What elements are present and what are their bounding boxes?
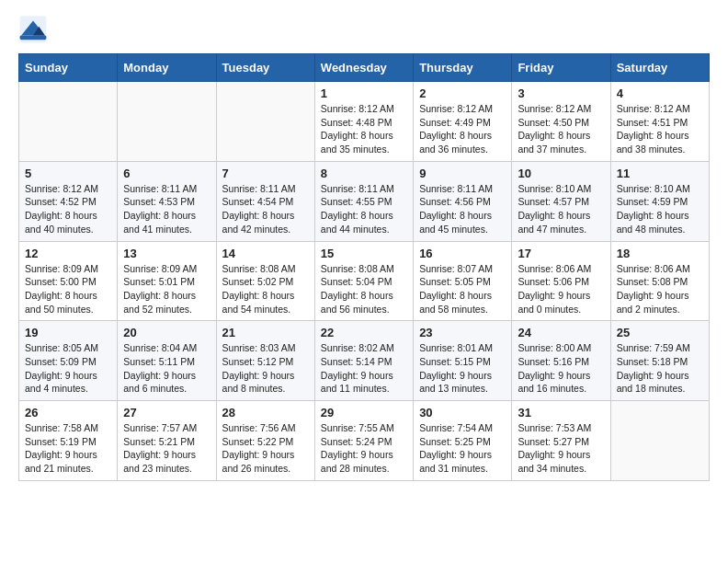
calendar-cell: 21Sunrise: 8:03 AM Sunset: 5:12 PM Dayli… [216, 321, 314, 401]
calendar-cell: 31Sunrise: 7:53 AM Sunset: 5:27 PM Dayli… [512, 401, 610, 481]
week-row-0: 1Sunrise: 8:12 AM Sunset: 4:48 PM Daylig… [19, 82, 710, 162]
day-number: 3 [518, 86, 604, 100]
day-number: 1 [321, 86, 407, 100]
day-number: 4 [617, 86, 703, 100]
day-number: 10 [518, 167, 604, 180]
day-number: 31 [518, 406, 604, 419]
calendar-cell: 22Sunrise: 8:02 AM Sunset: 5:14 PM Dayli… [314, 321, 413, 401]
day-info: Sunrise: 8:11 AM Sunset: 4:56 PM Dayligh… [419, 182, 506, 236]
day-info: Sunrise: 7:57 AM Sunset: 5:21 PM Dayligh… [123, 421, 210, 476]
day-info: Sunrise: 8:12 AM Sunset: 4:49 PM Dayligh… [419, 102, 506, 156]
day-info: Sunrise: 8:02 AM Sunset: 5:14 PM Dayligh… [321, 341, 407, 396]
day-info: Sunrise: 8:01 AM Sunset: 5:15 PM Dayligh… [419, 341, 506, 396]
day-info: Sunrise: 8:11 AM Sunset: 4:54 PM Dayligh… [222, 182, 309, 236]
calendar-cell: 24Sunrise: 8:00 AM Sunset: 5:16 PM Dayli… [512, 321, 610, 401]
day-number: 5 [25, 167, 111, 180]
calendar-cell: 13Sunrise: 8:09 AM Sunset: 5:01 PM Dayli… [118, 241, 216, 321]
day-info: Sunrise: 8:07 AM Sunset: 5:05 PM Dayligh… [419, 262, 506, 316]
calendar-cell: 9Sunrise: 8:11 AM Sunset: 4:56 PM Daylig… [414, 161, 512, 241]
calendar-cell: 11Sunrise: 8:10 AM Sunset: 4:59 PM Dayli… [610, 161, 709, 241]
day-info: Sunrise: 8:10 AM Sunset: 4:57 PM Dayligh… [518, 182, 604, 236]
day-info: Sunrise: 8:11 AM Sunset: 4:53 PM Dayligh… [123, 182, 210, 236]
day-number: 2 [419, 86, 506, 100]
day-number: 20 [123, 326, 210, 339]
calendar-cell [216, 82, 314, 162]
day-number: 8 [321, 167, 407, 180]
day-info: Sunrise: 8:05 AM Sunset: 5:09 PM Dayligh… [25, 341, 111, 396]
day-number: 11 [617, 167, 703, 180]
week-row-2: 12Sunrise: 8:09 AM Sunset: 5:00 PM Dayli… [19, 241, 710, 321]
day-info: Sunrise: 7:58 AM Sunset: 5:19 PM Dayligh… [25, 421, 111, 476]
week-row-1: 5Sunrise: 8:12 AM Sunset: 4:52 PM Daylig… [19, 161, 710, 241]
day-info: Sunrise: 8:10 AM Sunset: 4:59 PM Dayligh… [617, 182, 703, 236]
calendar-cell: 4Sunrise: 8:12 AM Sunset: 4:51 PM Daylig… [610, 82, 709, 162]
calendar-cell: 27Sunrise: 7:57 AM Sunset: 5:21 PM Dayli… [118, 401, 216, 481]
calendar-cell: 6Sunrise: 8:11 AM Sunset: 4:53 PM Daylig… [118, 161, 216, 241]
day-number: 25 [617, 326, 703, 339]
day-info: Sunrise: 7:56 AM Sunset: 5:22 PM Dayligh… [222, 421, 309, 476]
header-day-sunday: Sunday [19, 54, 118, 82]
logo-icon [18, 15, 48, 44]
day-number: 26 [25, 406, 111, 419]
header-day-thursday: Thursday [414, 54, 512, 82]
calendar-cell: 15Sunrise: 8:08 AM Sunset: 5:04 PM Dayli… [314, 241, 413, 321]
day-info: Sunrise: 7:53 AM Sunset: 5:27 PM Dayligh… [518, 421, 604, 476]
header-day-saturday: Saturday [610, 54, 709, 82]
day-info: Sunrise: 8:03 AM Sunset: 5:12 PM Dayligh… [222, 341, 309, 396]
day-number: 6 [123, 167, 210, 180]
calendar-body: 1Sunrise: 8:12 AM Sunset: 4:48 PM Daylig… [19, 82, 710, 481]
day-number: 30 [419, 406, 506, 419]
calendar-cell [19, 82, 118, 162]
day-info: Sunrise: 7:54 AM Sunset: 5:25 PM Dayligh… [419, 421, 506, 476]
calendar-cell: 3Sunrise: 8:12 AM Sunset: 4:50 PM Daylig… [512, 82, 610, 162]
header-day-tuesday: Tuesday [216, 54, 314, 82]
day-number: 16 [419, 247, 506, 260]
day-info: Sunrise: 8:09 AM Sunset: 5:00 PM Dayligh… [25, 262, 111, 316]
day-info: Sunrise: 8:09 AM Sunset: 5:01 PM Dayligh… [123, 262, 210, 316]
day-number: 17 [518, 247, 604, 260]
header-day-monday: Monday [118, 54, 216, 82]
day-info: Sunrise: 7:55 AM Sunset: 5:24 PM Dayligh… [321, 421, 407, 476]
day-info: Sunrise: 8:04 AM Sunset: 5:11 PM Dayligh… [123, 341, 210, 396]
day-number: 9 [419, 167, 506, 180]
day-info: Sunrise: 8:08 AM Sunset: 5:04 PM Dayligh… [321, 262, 407, 316]
day-number: 29 [321, 406, 407, 419]
calendar-cell: 5Sunrise: 8:12 AM Sunset: 4:52 PM Daylig… [19, 161, 118, 241]
calendar-cell: 12Sunrise: 8:09 AM Sunset: 5:00 PM Dayli… [19, 241, 118, 321]
day-number: 7 [222, 167, 309, 180]
day-number: 28 [222, 406, 309, 419]
calendar-cell: 14Sunrise: 8:08 AM Sunset: 5:02 PM Dayli… [216, 241, 314, 321]
calendar-cell: 8Sunrise: 8:11 AM Sunset: 4:55 PM Daylig… [314, 161, 413, 241]
calendar-cell: 29Sunrise: 7:55 AM Sunset: 5:24 PM Dayli… [314, 401, 413, 481]
calendar-cell: 2Sunrise: 8:12 AM Sunset: 4:49 PM Daylig… [414, 82, 512, 162]
day-info: Sunrise: 8:06 AM Sunset: 5:08 PM Dayligh… [617, 262, 703, 316]
day-number: 24 [518, 326, 604, 339]
calendar-cell: 28Sunrise: 7:56 AM Sunset: 5:22 PM Dayli… [216, 401, 314, 481]
calendar-cell: 26Sunrise: 7:58 AM Sunset: 5:19 PM Dayli… [19, 401, 118, 481]
calendar-cell [118, 82, 216, 162]
calendar-table: SundayMondayTuesdayWednesdayThursdayFrid… [18, 53, 710, 481]
page: SundayMondayTuesdayWednesdayThursdayFrid… [0, 0, 728, 496]
svg-rect-3 [20, 35, 47, 40]
calendar-cell: 17Sunrise: 8:06 AM Sunset: 5:06 PM Dayli… [512, 241, 610, 321]
header-row: SundayMondayTuesdayWednesdayThursdayFrid… [19, 54, 710, 82]
header [18, 15, 710, 44]
calendar-cell: 30Sunrise: 7:54 AM Sunset: 5:25 PM Dayli… [414, 401, 512, 481]
calendar-header: SundayMondayTuesdayWednesdayThursdayFrid… [19, 54, 710, 82]
calendar-cell: 18Sunrise: 8:06 AM Sunset: 5:08 PM Dayli… [610, 241, 709, 321]
day-info: Sunrise: 8:00 AM Sunset: 5:16 PM Dayligh… [518, 341, 604, 396]
week-row-3: 19Sunrise: 8:05 AM Sunset: 5:09 PM Dayli… [19, 321, 710, 401]
day-number: 12 [25, 247, 111, 260]
calendar-cell: 19Sunrise: 8:05 AM Sunset: 5:09 PM Dayli… [19, 321, 118, 401]
calendar-cell: 10Sunrise: 8:10 AM Sunset: 4:57 PM Dayli… [512, 161, 610, 241]
day-number: 22 [321, 326, 407, 339]
day-info: Sunrise: 8:12 AM Sunset: 4:48 PM Dayligh… [321, 102, 407, 156]
day-info: Sunrise: 8:08 AM Sunset: 5:02 PM Dayligh… [222, 262, 309, 316]
day-number: 27 [123, 406, 210, 419]
week-row-4: 26Sunrise: 7:58 AM Sunset: 5:19 PM Dayli… [19, 401, 710, 481]
day-number: 15 [321, 247, 407, 260]
day-info: Sunrise: 8:12 AM Sunset: 4:51 PM Dayligh… [617, 102, 703, 156]
calendar-cell: 1Sunrise: 8:12 AM Sunset: 4:48 PM Daylig… [314, 82, 413, 162]
header-day-friday: Friday [512, 54, 610, 82]
day-number: 21 [222, 326, 309, 339]
